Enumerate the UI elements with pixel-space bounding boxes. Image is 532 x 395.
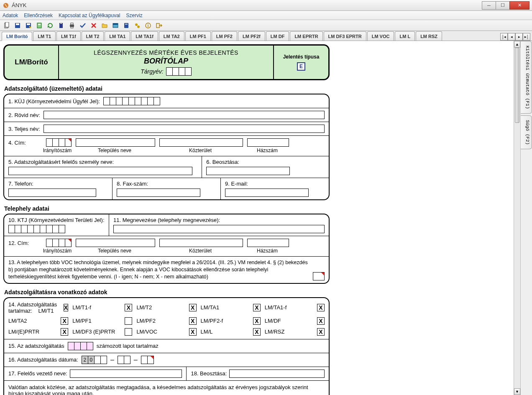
tab-lm-rsz[interactable]: LM RSZ: [416, 31, 442, 41]
svg-rect-8: [38, 24, 41, 25]
tab-lm-df3-eprtr[interactable]: LM DF3 EPRTR: [324, 31, 366, 41]
tab-lm-ta1[interactable]: LM TA1: [105, 31, 130, 41]
calc-icon[interactable]: [35, 21, 43, 30]
window-close-button[interactable]: ✕: [509, 1, 529, 10]
tab-lm-t2[interactable]: LM T2: [82, 31, 104, 41]
tab-nav-next[interactable]: ▸: [515, 33, 523, 41]
svg-rect-4: [16, 23, 19, 25]
check-icon[interactable]: [79, 21, 87, 30]
tab-lm-pf1[interactable]: LM PF1: [185, 31, 211, 41]
clipboard-icon[interactable]: [57, 21, 65, 30]
print-icon[interactable]: [68, 21, 76, 30]
info-icon[interactable]: i: [144, 21, 152, 30]
folder-icon[interactable]: [100, 21, 109, 30]
tab-lm-t1f[interactable]: LM T1f: [56, 31, 80, 41]
tab-lm-pf2[interactable]: LM PF2: [212, 31, 237, 41]
svg-rect-22: [156, 23, 159, 28]
gears-icon[interactable]: [133, 21, 141, 30]
tab-lm-ta2[interactable]: LM TA2: [159, 31, 184, 41]
book-icon[interactable]: [122, 21, 130, 30]
svg-rect-7: [37, 23, 41, 28]
tabstrip: LM BorítóLM T1LM T1fLM T2LM TA1LM TA1fLM…: [0, 31, 532, 41]
menu-ellenorzesek[interactable]: Ellenőrzések: [24, 13, 53, 18]
svg-rect-16: [124, 23, 128, 28]
svg-text:i: i: [148, 23, 149, 28]
delete-icon[interactable]: [90, 21, 98, 30]
tab-lm-borító[interactable]: LM Borító: [2, 32, 32, 41]
tab-lm-pf2f[interactable]: LM PF2f: [238, 31, 265, 41]
svg-rect-10: [60, 23, 62, 24]
svg-rect-6: [27, 23, 30, 25]
tab-nav-prev[interactable]: ◂: [508, 33, 515, 41]
svg-rect-13: [71, 27, 73, 28]
app-icon: [3, 2, 9, 9]
tab-lm-t1[interactable]: LM T1: [33, 31, 56, 41]
svg-rect-15: [113, 23, 118, 25]
svg-point-18: [135, 23, 138, 26]
tab-lm-l[interactable]: LM L: [395, 31, 415, 41]
tab-lm-eprtr[interactable]: LM EPRTR: [290, 31, 322, 41]
window-titlebar: ÁNYK ─ ☐ ✕: [0, 0, 532, 11]
menu-szerviz[interactable]: Szerviz: [126, 13, 142, 18]
new-icon[interactable]: [3, 21, 11, 30]
tab-lm-ta1f[interactable]: LM TA1f: [131, 31, 158, 41]
svg-rect-12: [71, 23, 73, 25]
menubar: Adatok Ellenőrzések Kapcsolat az Ügyfélk…: [0, 11, 532, 20]
svg-rect-2: [5, 22, 9, 27]
save-as-icon[interactable]: [24, 21, 33, 30]
window-title: ÁNYK: [12, 2, 26, 8]
svg-rect-17: [125, 24, 128, 25]
tab-nav-last[interactable]: ▸│: [523, 33, 530, 41]
svg-rect-11: [70, 25, 74, 27]
tab-nav-first[interactable]: │◂: [500, 33, 508, 41]
window-minimize-button[interactable]: ─: [482, 1, 496, 10]
menu-adatok[interactable]: Adatok: [3, 13, 18, 18]
svg-point-19: [137, 25, 140, 28]
window-maximize-button[interactable]: ☐: [496, 1, 510, 10]
tab-lm-df[interactable]: LM DF: [266, 31, 289, 41]
exit-icon[interactable]: [155, 21, 163, 30]
save-icon[interactable]: [13, 21, 22, 30]
menu-kapcsolat[interactable]: Kapcsolat az Ügyfélkapuval: [59, 13, 120, 18]
tab-lm-voc[interactable]: LM VOC: [367, 31, 394, 41]
window-icon[interactable]: [111, 21, 120, 30]
toolbar: i: [0, 20, 532, 31]
refresh-icon[interactable]: [46, 21, 54, 30]
